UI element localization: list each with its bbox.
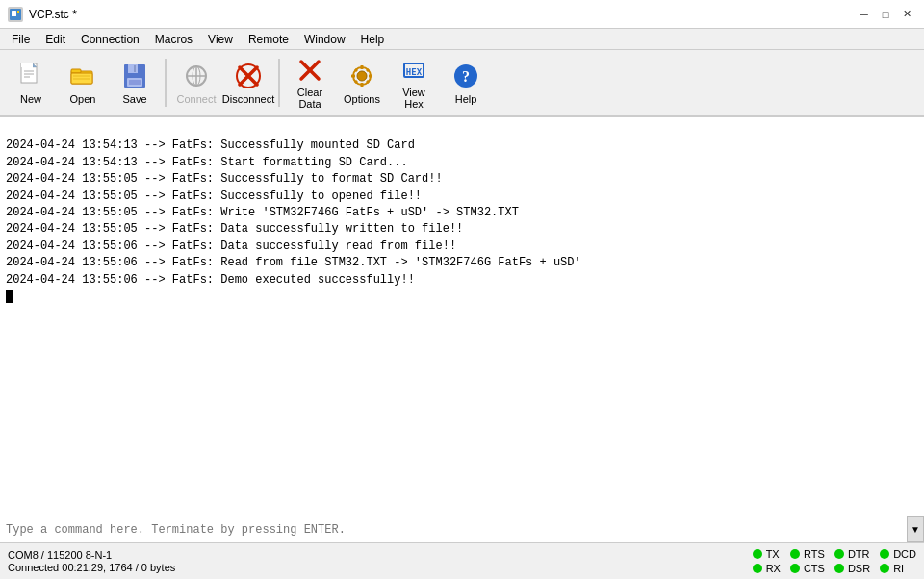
- output-line: 2024-04-24 13:54:13 --> FatFs: Successfu…: [6, 138, 918, 154]
- tx-led: [753, 549, 762, 559]
- rts-led: [790, 549, 800, 559]
- svg-rect-16: [128, 64, 138, 73]
- menu-edit[interactable]: Edit: [38, 31, 73, 48]
- menu-bar: File Edit Connection Macros View Remote …: [0, 29, 924, 50]
- toolbar: New Open Save: [0, 50, 924, 117]
- rts-label: RTS: [804, 548, 825, 560]
- title-text: VCP.stc *: [8, 7, 77, 22]
- tx-indicator: TX: [753, 548, 781, 560]
- options-icon: [346, 61, 377, 91]
- window-title: VCP.stc *: [29, 8, 77, 21]
- command-scroll-button[interactable]: ▼: [907, 516, 924, 542]
- dcd-led: [880, 549, 889, 559]
- output-line: 2024-04-24 13:55:06 --> FatFs: Demo exec…: [6, 272, 918, 289]
- options-button[interactable]: Options: [337, 55, 387, 111]
- dtr-dsr-group: DTR DSR: [834, 548, 870, 574]
- dcd-label: DCD: [893, 548, 916, 560]
- tx-rx-group: TX RX: [753, 548, 781, 574]
- output-line: 2024-04-24 13:54:13 --> FatFs: Start for…: [6, 155, 918, 171]
- output-line: 2024-04-24 13:55:05 --> FatFs: Successfu…: [6, 189, 918, 205]
- status-connection: COM8 / 115200 8-N-1: [8, 549, 175, 561]
- ri-label: RI: [893, 563, 904, 574]
- svg-rect-32: [361, 83, 364, 87]
- app-icon: [8, 7, 23, 22]
- view-hex-button[interactable]: HEX View Hex: [389, 55, 439, 111]
- connect-label: Connect: [177, 93, 217, 105]
- disconnect-icon: [233, 61, 264, 91]
- minimize-button[interactable]: ─: [855, 5, 874, 24]
- dtr-indicator: DTR: [834, 548, 870, 560]
- svg-rect-2: [17, 11, 19, 13]
- close-button[interactable]: ✕: [897, 5, 916, 24]
- save-icon: [119, 61, 150, 91]
- svg-rect-1: [12, 11, 16, 16]
- svg-rect-31: [361, 65, 364, 69]
- dcd-indicator: DCD: [880, 548, 916, 560]
- view-hex-icon: HEX: [398, 56, 429, 85]
- connect-button[interactable]: Connect: [171, 55, 221, 111]
- save-label: Save: [122, 93, 146, 105]
- status-session: Connected 00:21:29, 1764 / 0 bytes: [8, 562, 175, 573]
- menu-remote[interactable]: Remote: [241, 31, 296, 48]
- output-area: 2024-04-24 13:54:13 --> FatFs: Successfu…: [0, 117, 924, 516]
- new-label: New: [20, 93, 41, 105]
- rx-led: [753, 564, 762, 573]
- clear-data-button[interactable]: Clear Data: [285, 55, 335, 111]
- output-line: 2024-04-24 13:55:05 --> FatFs: Write 'ST…: [6, 205, 918, 221]
- dcd-ri-group: DCD RI: [880, 548, 916, 574]
- command-row: ▼: [0, 516, 924, 542]
- status-indicators: TX RX RTS CTS DTR DSR: [753, 548, 916, 574]
- maximize-button[interactable]: □: [876, 5, 895, 24]
- svg-rect-33: [351, 75, 355, 78]
- window-controls[interactable]: ─ □ ✕: [855, 5, 916, 24]
- svg-rect-17: [134, 65, 136, 72]
- text-cursor: [6, 290, 13, 303]
- ri-indicator: RI: [880, 563, 916, 574]
- cursor-line-container: [6, 289, 918, 305]
- output-line: 2024-04-24 13:55:06 --> FatFs: Read from…: [6, 255, 918, 271]
- save-button[interactable]: Save: [110, 55, 160, 111]
- status-bar: COM8 / 115200 8-N-1 Connected 00:21:29, …: [0, 542, 924, 579]
- disconnect-button[interactable]: Disconnect: [223, 55, 273, 111]
- svg-text:?: ?: [462, 68, 470, 85]
- new-button[interactable]: New: [6, 55, 56, 111]
- cts-label: CTS: [804, 563, 825, 574]
- help-icon: ?: [450, 61, 481, 91]
- svg-rect-34: [369, 75, 372, 78]
- menu-macros[interactable]: Macros: [147, 31, 200, 48]
- output-line: 2024-04-24 13:55:06 --> FatFs: Data succ…: [6, 239, 918, 255]
- svg-rect-5: [21, 63, 33, 67]
- title-bar: VCP.stc * ─ □ ✕: [0, 0, 924, 29]
- disconnect-label: Disconnect: [222, 93, 274, 105]
- svg-text:HEX: HEX: [406, 67, 423, 77]
- dtr-label: DTR: [848, 548, 870, 560]
- clear-data-icon: [295, 56, 325, 85]
- svg-rect-12: [71, 73, 92, 84]
- menu-view[interactable]: View: [200, 31, 241, 48]
- menu-window[interactable]: Window: [296, 31, 353, 48]
- open-icon: [67, 61, 98, 91]
- menu-file[interactable]: File: [4, 31, 38, 48]
- options-label: Options: [344, 93, 380, 105]
- dtr-led: [834, 549, 844, 559]
- output-line: 2024-04-24 13:55:05 --> FatFs: Successfu…: [6, 171, 918, 188]
- rx-label: RX: [766, 563, 781, 574]
- dsr-indicator: DSR: [834, 563, 870, 574]
- command-input[interactable]: [0, 516, 907, 542]
- open-button[interactable]: Open: [58, 55, 108, 111]
- status-left: COM8 / 115200 8-N-1 Connected 00:21:29, …: [8, 549, 175, 573]
- svg-rect-19: [129, 80, 141, 85]
- output-line: 2024-04-24 13:55:05 --> FatFs: Data succ…: [6, 221, 918, 238]
- menu-help[interactable]: Help: [353, 31, 393, 48]
- view-hex-label: View Hex: [392, 87, 436, 110]
- tx-label: TX: [766, 548, 780, 560]
- cts-indicator: CTS: [790, 563, 825, 574]
- rts-cts-group: RTS CTS: [790, 548, 825, 574]
- ri-led: [880, 564, 889, 573]
- help-label: Help: [455, 93, 477, 105]
- menu-connection[interactable]: Connection: [73, 31, 147, 48]
- new-icon: [15, 61, 46, 91]
- help-button[interactable]: ? Help: [441, 55, 491, 111]
- separator-1: [165, 59, 167, 107]
- connect-icon: [181, 61, 212, 91]
